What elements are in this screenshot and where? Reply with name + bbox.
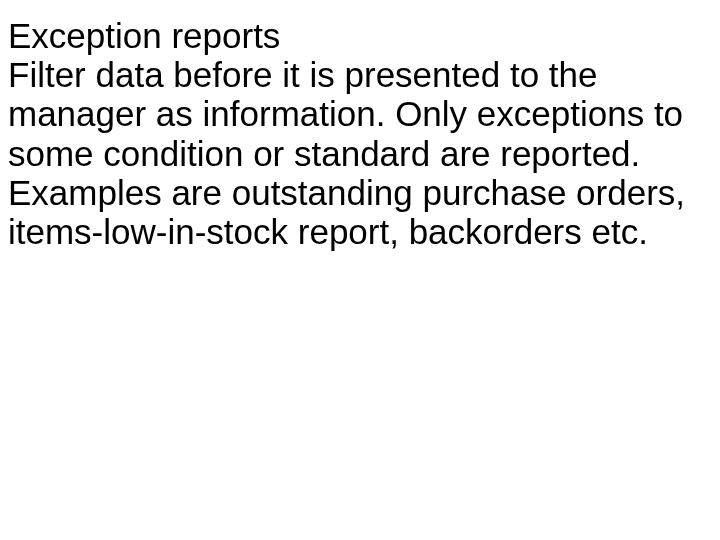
slide-heading: Exception reports xyxy=(8,16,700,55)
slide-body: Filter data before it is presented to th… xyxy=(8,55,700,251)
slide-text-block: Exception reports Filter data before it … xyxy=(8,16,700,251)
slide: Exception reports Filter data before it … xyxy=(0,0,720,540)
